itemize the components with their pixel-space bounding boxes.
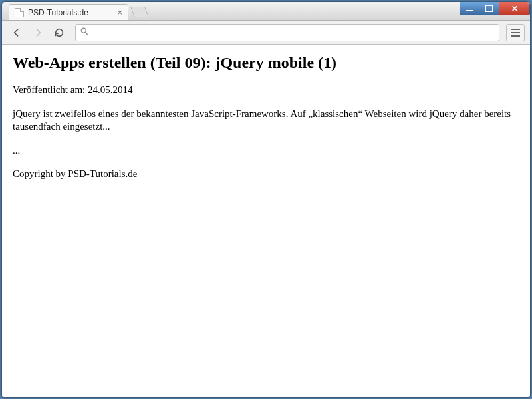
svg-point-0 — [81, 28, 86, 33]
titlebar: PSD-Tutorials.de × — [2, 2, 530, 21]
tab-title: PSD-Tutorials.de — [28, 8, 88, 17]
page-content: Web-Apps erstellen (Teil 09): jQuery mob… — [2, 45, 530, 397]
minimize-button[interactable] — [460, 2, 479, 15]
new-tab-button[interactable] — [130, 7, 149, 17]
forward-button[interactable] — [29, 23, 47, 42]
maximize-button[interactable] — [479, 2, 499, 15]
hamburger-icon — [511, 29, 520, 37]
browser-window: PSD-Tutorials.de × — [1, 1, 531, 398]
copyright-text: Copyright by PSD-Tutorials.de — [13, 168, 519, 181]
browser-tab[interactable]: PSD-Tutorials.de × — [9, 4, 128, 20]
page-icon — [15, 8, 24, 17]
ellipsis-text: ... — [13, 144, 519, 158]
url-input[interactable] — [92, 25, 495, 40]
page-heading: Web-Apps erstellen (Teil 09): jQuery mob… — [13, 54, 519, 72]
browser-toolbar — [2, 21, 530, 45]
window-controls — [460, 2, 530, 15]
intro-paragraph: jQuery ist zweifellos eines der bekannte… — [13, 108, 519, 134]
back-button[interactable] — [7, 23, 26, 42]
close-tab-icon[interactable]: × — [117, 7, 122, 17]
search-icon — [80, 27, 89, 39]
published-date: Veröffentlicht am: 24.05.2014 — [13, 84, 519, 97]
address-bar[interactable] — [75, 24, 499, 41]
reload-button[interactable] — [50, 23, 68, 42]
menu-button[interactable] — [506, 24, 525, 41]
close-window-button[interactable] — [499, 2, 530, 15]
